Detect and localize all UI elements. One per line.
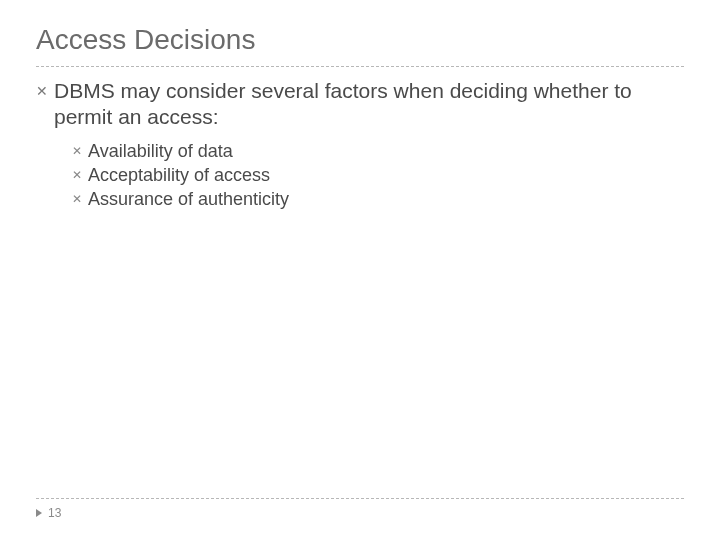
divider-top (36, 66, 684, 67)
content-area: ✕ DBMS may consider several factors when… (36, 78, 684, 212)
sub-text: Assurance of authenticity (88, 188, 289, 210)
sub-text: Availability of data (88, 140, 233, 162)
list-item: ✕ Availability of data (72, 140, 684, 162)
lead-bullet-row: ✕ DBMS may consider several factors when… (36, 78, 684, 130)
bullet-icon: ✕ (36, 78, 54, 104)
divider-bottom (36, 498, 684, 499)
sub-text: Acceptability of access (88, 164, 270, 186)
footer: 13 (36, 506, 61, 520)
sub-bullet-list: ✕ Availability of data ✕ Acceptability o… (72, 140, 684, 210)
bullet-icon: ✕ (72, 188, 88, 210)
list-item: ✕ Assurance of authenticity (72, 188, 684, 210)
page-number: 13 (48, 506, 61, 520)
slide-title: Access Decisions (36, 24, 255, 56)
slide: Access Decisions ✕ DBMS may consider sev… (0, 0, 720, 540)
bullet-icon: ✕ (72, 140, 88, 162)
lead-text: DBMS may consider several factors when d… (54, 78, 684, 130)
list-item: ✕ Acceptability of access (72, 164, 684, 186)
play-icon (36, 509, 42, 517)
bullet-icon: ✕ (72, 164, 88, 186)
